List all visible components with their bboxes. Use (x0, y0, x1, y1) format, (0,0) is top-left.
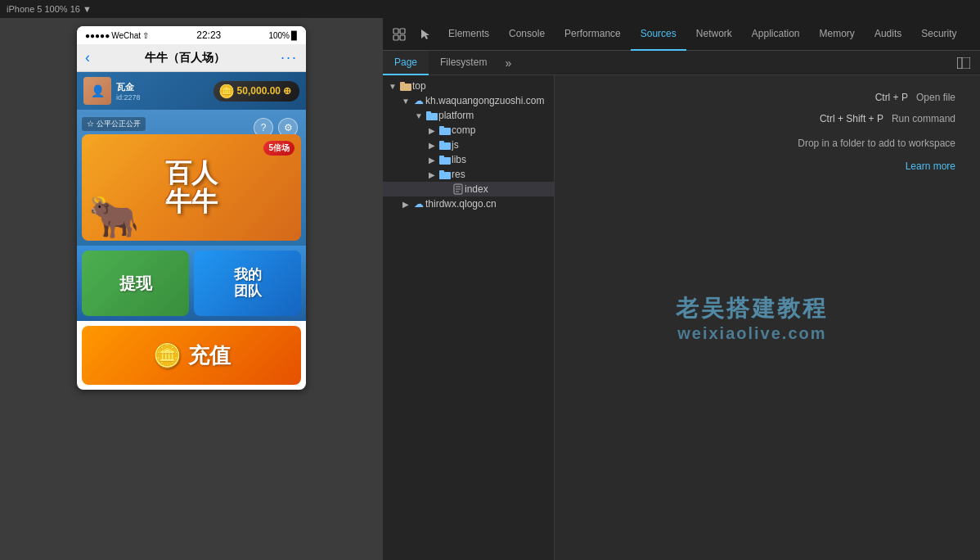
folder-icon-res (438, 169, 452, 179)
user-id: id:2278 (116, 93, 141, 102)
tree-item-top[interactable]: ▼ top (383, 79, 554, 93)
svg-marker-4 (421, 29, 429, 39)
folder-icon-comp (438, 125, 452, 135)
user-info: 👤 瓦金 id:2278 (83, 77, 141, 105)
tab-application[interactable]: Application (742, 18, 810, 51)
phone-nav-bar: ‹ 牛牛（百人场） ··· (77, 44, 306, 72)
tree-label-res: res (452, 169, 554, 180)
svg-rect-16 (439, 156, 444, 159)
shortcut-run-command: Ctrl + Shift + P Run command (798, 113, 955, 124)
team-button[interactable]: 我的 团队 (194, 251, 301, 316)
sources-tab-page[interactable]: Page (383, 51, 429, 75)
game-banner[interactable]: 🐂 百人牛牛 5倍场 (82, 134, 301, 241)
sources-tab-more[interactable]: » (498, 51, 518, 75)
nav-more-button[interactable]: ··· (281, 49, 298, 66)
nav-back-button[interactable]: ‹ (85, 49, 90, 66)
svg-rect-0 (393, 29, 398, 34)
sources-sidebar-button[interactable] (954, 53, 973, 73)
svg-rect-2 (393, 35, 398, 40)
tree-item-js[interactable]: ▶ js (383, 138, 554, 152)
tree-item-index[interactable]: ▶ index (383, 182, 554, 196)
carrier-label: WeChat (111, 31, 141, 40)
shortcut-open-file: Ctrl + P Open file (798, 92, 955, 103)
open-file-key: Ctrl + P (875, 92, 908, 103)
tree-label-top: top (412, 80, 554, 92)
tab-sources[interactable]: Sources (631, 18, 686, 51)
devtools-panel: Elements Console Performance Sources Net… (383, 18, 980, 560)
run-command-key: Ctrl + Shift + P (820, 113, 883, 124)
tree-arrow-thirdwx: ▶ (399, 200, 412, 209)
tree-item-res[interactable]: ▶ res (383, 167, 554, 182)
tab-elements[interactable]: Elements (438, 18, 499, 51)
coin-display: 🪙 50,000.00 ⊕ (214, 81, 299, 102)
watermark-line1: 老吴搭建教程 (676, 293, 828, 324)
sources-subtabs: Page Filesystem » (383, 51, 980, 75)
device-label[interactable]: iPhone 5 100% 16 ▼ (7, 4, 92, 14)
recharge-button[interactable]: 🪙 充值 (82, 326, 301, 385)
user-bar: 👤 瓦金 id:2278 🪙 50,000.00 ⊕ (77, 72, 306, 110)
wifi-icon: ⇧ (142, 31, 149, 40)
folder-icon-top (399, 81, 412, 91)
watermark-line2: weixiaolive.com (676, 324, 828, 343)
nav-title: 牛牛（百人场） (145, 51, 225, 65)
tree-item-libs[interactable]: ▶ libs (383, 152, 554, 167)
tree-label-platform: platform (438, 110, 554, 121)
open-file-label: Open file (916, 92, 955, 103)
file-icon-index (452, 183, 465, 195)
phone-frame: ●●●●● WeChat ⇧ 22:23 100% ▉ ‹ 牛牛（百人场） ··… (77, 26, 306, 390)
main-layout: ●●●●● WeChat ⇧ 22:23 100% ▉ ‹ 牛牛（百人场） ··… (0, 18, 980, 560)
inspect-icon[interactable] (386, 21, 412, 47)
status-right: 100% ▉ (268, 31, 298, 40)
user-name-block: 瓦金 id:2278 (116, 81, 141, 102)
shortcuts-panel: Ctrl + P Open file Ctrl + Shift + P Run … (798, 92, 955, 172)
phone-status-bar: ●●●●● WeChat ⇧ 22:23 100% ▉ (77, 26, 306, 44)
watermark-overlay: 老吴搭建教程 weixiaolive.com (676, 293, 828, 343)
sources-main: 老吴搭建教程 weixiaolive.com Ctrl + P Open fil… (555, 75, 980, 560)
tree-item-platform[interactable]: ▼ platform (383, 108, 554, 123)
svg-rect-8 (400, 82, 405, 85)
folder-icon-platform (425, 111, 438, 120)
battery-pct: 100% (268, 31, 290, 40)
withdraw-button[interactable]: 提现 (82, 251, 189, 316)
tree-arrow-top: ▼ (386, 82, 399, 91)
tree-arrow-comp: ▶ (425, 126, 438, 135)
action-buttons: 提现 我的 团队 (77, 246, 306, 321)
tree-item-thirdwx[interactable]: ▶ ☁ thirdwx.qlogo.cn (383, 196, 554, 211)
coin-suffix: ⊕ (283, 85, 291, 97)
tab-console[interactable]: Console (499, 18, 555, 51)
coin-icon: 🪙 (218, 84, 235, 99)
learn-more-link[interactable]: Learn more (798, 160, 955, 172)
cursor-icon[interactable] (412, 21, 438, 47)
tab-audits[interactable]: Audits (865, 18, 911, 51)
tab-network[interactable]: Network (686, 18, 742, 51)
svg-rect-6 (957, 57, 970, 69)
cloud-icon-kh: ☁ (412, 95, 425, 106)
tree-label-thirdwx: thirdwx.qlogo.cn (425, 198, 554, 210)
sources-content: ▼ top ▼ ☁ kh.waquangongzuoshi.com ▼ (383, 75, 980, 560)
coin-amount: 50,000.00 (237, 85, 281, 97)
tab-memory[interactable]: Memory (810, 18, 865, 51)
tree-arrow-libs: ▶ (425, 156, 438, 165)
tab-performance[interactable]: Performance (555, 18, 631, 51)
avatar: 👤 (83, 77, 111, 105)
svg-rect-3 (400, 35, 405, 40)
folder-icon-libs (438, 155, 452, 165)
status-time: 22:23 (196, 29, 221, 41)
sources-tab-filesystem[interactable]: Filesystem (429, 51, 498, 75)
svg-rect-5 (957, 57, 962, 69)
tree-item-comp[interactable]: ▶ comp (383, 123, 554, 138)
user-name: 瓦金 (116, 81, 141, 93)
game-banner-text: 百人牛牛 (165, 159, 218, 216)
tree-label-js: js (452, 139, 554, 151)
run-command-label: Run command (892, 113, 955, 124)
svg-rect-18 (439, 170, 444, 174)
top-bar: iPhone 5 100% 16 ▼ (0, 0, 980, 18)
recharge-coins-icon: 🪙 (153, 342, 182, 369)
tree-item-kh[interactable]: ▼ ☁ kh.waquangongzuoshi.com (383, 93, 554, 108)
cloud-icon-thirdwx: ☁ (412, 198, 425, 210)
devtools-tabs: Elements Console Performance Sources Net… (383, 18, 980, 51)
tab-security[interactable]: Security (911, 18, 966, 51)
game-mascot-icon: 🐂 (88, 193, 139, 241)
tree-arrow-kh: ▼ (399, 97, 412, 106)
banner-area: ☆ 公平公正公开 ? ⚙ 🐂 百人牛牛 5倍场 (77, 110, 306, 246)
